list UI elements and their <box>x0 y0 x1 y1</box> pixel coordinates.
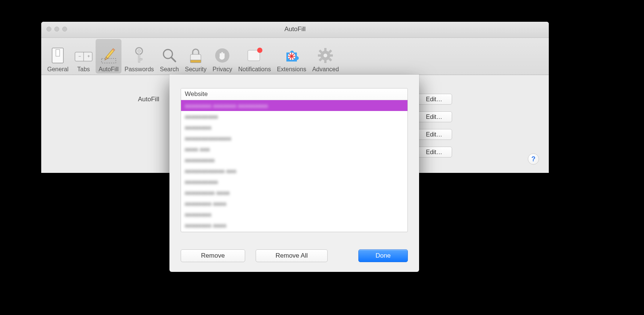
key-icon <box>130 46 148 64</box>
remove-button[interactable]: Remove <box>181 249 245 262</box>
website-row-text: aaaaaaaa aaaaaaa aaaaaaaaa <box>185 102 268 109</box>
tab-label: Search <box>160 66 179 73</box>
svg-text:+: + <box>87 54 90 59</box>
website-list[interactable]: Website aaaaaaaa aaaaaaa aaaaaaaaaaaaaaa… <box>181 88 408 232</box>
website-row-text: aaaaaaaaa aaaa <box>185 189 230 196</box>
tab-notifications[interactable]: Notifications <box>235 39 274 74</box>
svg-rect-1 <box>56 50 60 56</box>
tab-label: General <box>47 66 69 73</box>
svg-rect-32 <box>330 54 333 57</box>
website-row[interactable]: aaaaaaaa aaaa <box>181 198 407 209</box>
tab-label: Advanced <box>312 66 339 73</box>
svg-rect-6 <box>102 58 116 63</box>
website-row-text: aaaaaaaa <box>185 211 211 218</box>
tabs-icon: − + <box>75 46 93 64</box>
svg-rect-29 <box>324 48 326 51</box>
switch-icon <box>49 46 67 64</box>
website-row-text: aaaaaaaaa <box>185 157 215 163</box>
tab-label: Security <box>185 66 207 73</box>
window-title: AutoFill <box>41 26 549 33</box>
window-titlebar: AutoFill <box>41 22 549 38</box>
website-row-text: aaaaaaaaaa <box>185 178 218 185</box>
website-row[interactable]: aaaaaaaaaa <box>181 111 407 122</box>
remove-all-button[interactable]: Remove All <box>256 249 328 262</box>
website-row-text: aaaaaaaa aaaa <box>185 200 226 207</box>
svg-rect-12 <box>138 54 140 62</box>
website-row-text: aaaaaaaaaaaa aaa <box>185 168 236 174</box>
svg-rect-13 <box>140 58 142 60</box>
svg-point-27 <box>291 56 292 57</box>
website-row[interactable]: aaaaaaaa <box>181 122 407 133</box>
website-row[interactable]: aaaaaaaa aaaa <box>181 220 407 231</box>
website-row[interactable]: aaaaaaaaa aaaa <box>181 187 407 198</box>
tab-security[interactable]: Security <box>182 39 210 74</box>
website-row-text: aaaaaaaaaaaaaa <box>185 135 231 141</box>
hand-icon <box>213 46 231 64</box>
tab-label: Tabs <box>77 66 90 73</box>
tab-label: Passwords <box>124 66 154 73</box>
website-row[interactable]: aaaaaaaa aaaaaaa aaaaaaaaa <box>181 100 407 111</box>
tab-autofill[interactable]: AutoFill <box>96 39 121 74</box>
svg-rect-30 <box>324 60 326 63</box>
tab-search[interactable]: Search <box>157 39 182 74</box>
tab-privacy[interactable]: Privacy <box>210 39 235 74</box>
edit-button-3[interactable]: Edit… <box>416 129 452 140</box>
search-icon <box>160 46 178 64</box>
svg-point-37 <box>323 54 327 57</box>
gear-icon <box>316 46 334 64</box>
notifications-icon <box>246 46 264 64</box>
svg-point-21 <box>257 48 262 53</box>
svg-rect-31 <box>318 54 321 57</box>
pencil-icon <box>100 46 118 64</box>
svg-point-11 <box>138 50 141 52</box>
edit-button-4[interactable]: Edit… <box>416 147 452 158</box>
website-row-text: aaaa aaa <box>185 146 210 152</box>
edit-button-1[interactable]: Edit… <box>416 94 452 105</box>
website-row[interactable]: aaaaaaaaaaaaaa <box>181 133 407 144</box>
preferences-toolbar: General − + Tabs <box>41 38 549 75</box>
website-row-text: aaaaaaaa <box>185 124 211 130</box>
website-row[interactable]: aaaa aaa <box>181 144 407 154</box>
website-row[interactable]: aaaaaaaa <box>181 209 407 220</box>
edit-buttons-column: Edit… Edit… Edit… Edit… <box>416 94 452 158</box>
tab-general[interactable]: General <box>44 39 72 74</box>
svg-text:−: − <box>78 54 81 59</box>
autofill-websites-sheet: Website aaaaaaaa aaaaaaa aaaaaaaaaaaaaaa… <box>169 75 419 272</box>
help-icon: ? <box>532 155 536 163</box>
help-button[interactable]: ? <box>528 153 539 165</box>
website-row[interactable]: aaaaaaaaaaaa aaa <box>181 165 407 176</box>
tab-extensions[interactable]: Extensions <box>274 39 309 74</box>
section-heading: AutoFill <box>138 96 159 103</box>
website-row[interactable]: aaaaaaaaaa <box>181 176 407 187</box>
extensions-icon <box>283 46 301 64</box>
svg-line-15 <box>171 57 175 62</box>
tab-label: Privacy <box>213 66 232 73</box>
tab-label: Extensions <box>277 66 306 73</box>
tab-label: AutoFill <box>99 66 118 73</box>
website-row[interactable]: aaaaaaaaa <box>181 154 407 165</box>
website-row-text: aaaaaaaa aaaa <box>185 222 226 228</box>
svg-rect-17 <box>190 60 201 63</box>
tab-passwords[interactable]: Passwords <box>121 39 157 74</box>
sheet-button-bar: Remove Remove All Done <box>181 249 408 262</box>
lock-icon <box>187 46 205 64</box>
tab-label: Notifications <box>238 66 271 73</box>
edit-button-2[interactable]: Edit… <box>416 111 452 122</box>
website-column-header[interactable]: Website <box>181 88 407 100</box>
website-list-rows: aaaaaaaa aaaaaaa aaaaaaaaaaaaaaaaaaaaaaa… <box>181 100 407 232</box>
done-button[interactable]: Done <box>358 249 408 262</box>
tab-tabs[interactable]: − + Tabs <box>72 39 96 74</box>
website-row-text: aaaaaaaaaa <box>185 113 218 120</box>
tab-advanced[interactable]: Advanced <box>309 39 342 74</box>
